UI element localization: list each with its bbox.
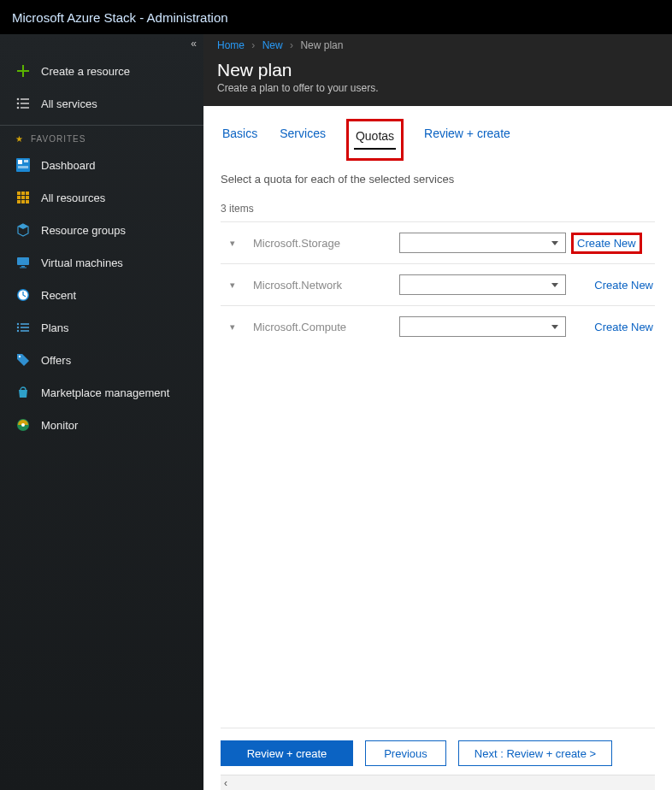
divider <box>0 125 203 126</box>
all-services-button[interactable]: All services <box>0 87 203 120</box>
quota-select-network[interactable] <box>399 274 566 295</box>
svg-point-0 <box>17 98 20 101</box>
svg-rect-14 <box>21 196 25 199</box>
create-resource-button[interactable]: Create a resource <box>0 55 203 87</box>
tab-basics[interactable]: Basics <box>221 121 259 161</box>
sidebar-item-offers[interactable]: Offers <box>0 344 203 376</box>
quota-row-network: ▾ Microsoft.Network Create New <box>221 263 655 305</box>
favorites-heading: ★ FAVORITES <box>0 127 203 149</box>
chevron-down-icon[interactable]: ▾ <box>222 280 243 291</box>
svg-rect-18 <box>26 200 29 203</box>
svg-rect-15 <box>26 196 29 199</box>
chevron-right-icon: › <box>290 39 293 51</box>
instruction-text: Select a quota for each of the selected … <box>221 173 655 186</box>
svg-rect-8 <box>24 160 28 162</box>
sidebar-item-virtual-machines[interactable]: Virtual machines <box>0 246 203 279</box>
create-new-link-network[interactable]: Create New <box>576 279 653 292</box>
svg-rect-5 <box>21 107 29 109</box>
monitor-icon <box>15 255 31 270</box>
shopping-bag-icon <box>15 385 31 400</box>
svg-point-28 <box>17 330 19 332</box>
quota-select-compute[interactable] <box>399 316 566 337</box>
sidebar-item-all-resources[interactable]: All resources <box>0 181 203 214</box>
tag-icon <box>15 352 31 368</box>
sidebar-item-monitor[interactable]: Monitor <box>0 409 203 441</box>
quota-row-storage: ▾ Microsoft.Storage Create New <box>221 221 655 263</box>
sidebar: « Create a resource All services ★ FAVOR… <box>0 34 203 790</box>
main-panel: Home › New › New plan New plan Create a … <box>203 34 672 790</box>
svg-rect-16 <box>17 200 21 203</box>
sidebar-item-plans[interactable]: Plans <box>0 311 203 344</box>
sidebar-item-label: Monitor <box>41 419 78 432</box>
horizontal-scrollbar[interactable]: ‹ <box>221 775 655 790</box>
service-name: Microsoft.Network <box>253 279 389 292</box>
dashboard-icon <box>15 157 31 173</box>
sidebar-item-label: Dashboard <box>41 159 96 172</box>
create-new-link-compute[interactable]: Create New <box>576 321 653 333</box>
svg-point-4 <box>17 107 20 109</box>
svg-point-32 <box>21 423 25 427</box>
sidebar-item-label: Recent <box>41 289 76 302</box>
plans-icon <box>15 320 31 335</box>
previous-button[interactable]: Previous <box>365 740 446 766</box>
page-title: New plan <box>217 60 658 80</box>
svg-rect-19 <box>17 257 29 265</box>
items-count: 3 items <box>221 203 655 215</box>
svg-rect-20 <box>21 266 25 268</box>
sidebar-item-label: Offers <box>41 354 71 367</box>
svg-rect-29 <box>21 330 29 332</box>
svg-rect-11 <box>21 192 25 195</box>
tab-services[interactable]: Services <box>278 121 327 161</box>
sidebar-item-dashboard[interactable]: Dashboard <box>0 149 203 181</box>
review-create-button[interactable]: Review + create <box>221 740 353 766</box>
sidebar-item-label: Virtual machines <box>41 256 123 269</box>
sidebar-item-label: Marketplace management <box>41 386 169 399</box>
chevron-down-icon[interactable]: ▾ <box>222 238 243 249</box>
scroll-left-icon[interactable]: ‹ <box>224 777 227 789</box>
service-name: Microsoft.Storage <box>253 237 389 250</box>
quota-row-compute: ▾ Microsoft.Compute Create New <box>221 305 655 347</box>
svg-rect-21 <box>20 268 27 268</box>
sidebar-item-recent[interactable]: Recent <box>0 279 203 311</box>
breadcrumb-current: New plan <box>300 39 343 51</box>
content-area: Basics Services Quotas Review + create S… <box>203 106 672 790</box>
breadcrumb: Home › New › New plan <box>203 34 672 56</box>
list-icon <box>15 96 31 111</box>
sidebar-item-marketplace[interactable]: Marketplace management <box>0 376 203 409</box>
top-bar: Microsoft Azure Stack - Administration <box>0 0 672 34</box>
collapse-sidebar-icon[interactable]: « <box>191 38 197 50</box>
tab-quotas[interactable]: Quotas <box>354 124 396 150</box>
breadcrumb-new[interactable]: New <box>262 39 283 51</box>
svg-rect-3 <box>21 103 29 104</box>
svg-rect-13 <box>17 196 21 199</box>
svg-rect-12 <box>26 192 29 195</box>
svg-rect-17 <box>21 200 25 203</box>
sidebar-item-label: Resource groups <box>41 224 126 237</box>
chevron-right-icon: › <box>251 39 255 51</box>
svg-rect-7 <box>18 160 22 164</box>
create-new-link-storage[interactable]: Create New <box>577 237 636 250</box>
svg-rect-25 <box>21 323 29 325</box>
highlight-create-new: Create New <box>576 237 653 250</box>
svg-rect-9 <box>18 166 28 168</box>
create-resource-label: Create a resource <box>41 65 130 78</box>
sidebar-item-resource-groups[interactable]: Resource groups <box>0 214 203 246</box>
breadcrumb-home[interactable]: Home <box>217 39 245 51</box>
quota-select-storage[interactable] <box>399 233 566 253</box>
sidebar-item-label: Plans <box>41 321 69 334</box>
svg-point-2 <box>17 103 20 105</box>
chevron-down-icon[interactable]: ▾ <box>222 321 243 333</box>
tab-strip: Basics Services Quotas Review + create <box>221 121 655 161</box>
service-name: Microsoft.Compute <box>253 321 389 333</box>
svg-rect-27 <box>21 327 29 328</box>
sidebar-item-label: All resources <box>41 192 105 204</box>
svg-point-24 <box>17 323 19 325</box>
tab-review-create[interactable]: Review + create <box>422 121 512 161</box>
page-subtitle: Create a plan to offer to your users. <box>217 82 658 94</box>
plus-icon <box>15 63 31 79</box>
next-button[interactable]: Next : Review + create > <box>458 740 612 766</box>
all-services-label: All services <box>41 97 97 110</box>
gauge-icon <box>15 417 31 433</box>
svg-rect-10 <box>17 192 21 195</box>
svg-point-30 <box>19 356 21 357</box>
